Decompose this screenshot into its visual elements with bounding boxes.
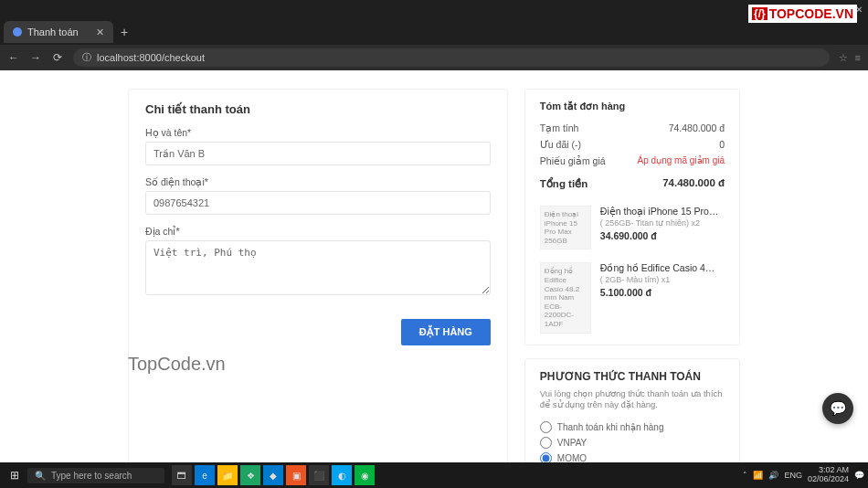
url-text: localhost:8000/checkout bbox=[97, 52, 205, 63]
tab-favicon bbox=[13, 27, 22, 37]
name-label: Họ và tên bbox=[145, 127, 491, 138]
product-row: Điện thoại iPhone 15 Pro Max 256GB Điện … bbox=[540, 206, 725, 249]
browser-address-bar: ← → ⟳ ⓘ localhost:8000/checkout ☆ ≡ bbox=[0, 45, 868, 70]
billing-heading: Chi tiết thanh toán bbox=[145, 102, 491, 116]
product-thumbnail: Đồng hồ Edifice Casio 48.2 mm Nam ECB-22… bbox=[540, 262, 591, 333]
url-input[interactable]: ⓘ localhost:8000/checkout bbox=[73, 48, 830, 67]
chat-fab-button[interactable]: 💬 bbox=[822, 393, 853, 424]
taskbar-app-icon[interactable]: ◐ bbox=[332, 465, 352, 485]
address-input[interactable]: Việt trì, Phú thọ bbox=[145, 240, 491, 295]
tray-lang-icon[interactable]: ENG bbox=[784, 471, 802, 480]
taskbar-app-icon[interactable]: ❖ bbox=[240, 465, 260, 485]
tray-chevron-icon[interactable]: ˄ bbox=[743, 471, 747, 480]
tab-title: Thanh toán bbox=[27, 27, 79, 37]
payment-description: Vui lòng chọn phương thức thanh toán ưa … bbox=[540, 388, 725, 411]
taskbar-app-icon[interactable]: 🗔 bbox=[172, 465, 192, 485]
taskbar-app-icon[interactable]: ◆ bbox=[263, 465, 283, 485]
product-name: Đồng hồ Edifice Casio 48.2 ... bbox=[600, 262, 719, 273]
payment-option-momo[interactable]: MOMO bbox=[540, 451, 725, 462]
notifications-icon[interactable]: 💬 bbox=[854, 471, 864, 480]
taskbar-app-icon[interactable]: ▣ bbox=[286, 465, 306, 485]
nav-back-icon[interactable]: ← bbox=[7, 51, 20, 64]
subtotal-label: Tạm tính bbox=[540, 122, 579, 133]
payment-option-vnpay[interactable]: VNPAY bbox=[540, 435, 725, 451]
browser-tabbar: Thanh toán ✕ + bbox=[0, 19, 868, 45]
topcode-logo: {/}TOPCODE.VN bbox=[748, 5, 857, 23]
product-row: Đồng hồ Edifice Casio 48.2 mm Nam ECB-22… bbox=[540, 262, 725, 333]
payment-radio[interactable] bbox=[540, 452, 552, 462]
tray-network-icon[interactable]: 📶 bbox=[753, 471, 763, 480]
discount-label: Ưu đãi (-) bbox=[540, 139, 581, 150]
apply-coupon-link[interactable]: Áp dụng mã giảm giá bbox=[638, 155, 725, 166]
start-button[interactable]: ⊞ bbox=[4, 469, 26, 482]
total-label: Tổng tiền bbox=[540, 177, 587, 190]
search-icon: 🔍 bbox=[35, 471, 46, 481]
windows-taskbar: ⊞ 🔍 Type here to search 🗔 e 📁 ❖ ◆ ▣ ⬛ ◐ … bbox=[0, 462, 868, 488]
browser-tab-active[interactable]: Thanh toán ✕ bbox=[4, 21, 113, 43]
product-thumbnail: Điện thoại iPhone 15 Pro Max 256GB bbox=[540, 206, 591, 249]
profile-icon[interactable]: ≡ bbox=[855, 52, 861, 64]
chat-icon: 💬 bbox=[830, 400, 847, 417]
taskbar-app-icon[interactable]: e bbox=[195, 465, 215, 485]
address-label: Địa chỉ bbox=[145, 226, 491, 237]
phone-input[interactable] bbox=[145, 191, 491, 215]
taskbar-app-icon[interactable]: ⬛ bbox=[309, 465, 329, 485]
payment-option-cod[interactable]: Thanh toán khi nhận hàng bbox=[540, 419, 725, 435]
site-info-icon[interactable]: ⓘ bbox=[82, 51, 91, 64]
product-name: Điện thoại iPhone 15 Pro M... bbox=[600, 206, 719, 217]
tray-volume-icon[interactable]: 🔊 bbox=[768, 471, 778, 480]
total-value: 74.480.000 đ bbox=[662, 177, 725, 190]
payment-method-panel: PHƯƠNG THỨC THANH TOÁN Vui lòng chọn phư… bbox=[524, 358, 740, 462]
place-order-button[interactable]: ĐẶT HÀNG bbox=[401, 319, 491, 345]
subtotal-value: 74.480.000 đ bbox=[669, 122, 725, 133]
new-tab-button[interactable]: + bbox=[121, 25, 128, 39]
window-titlebar: — ▢ ✕ bbox=[0, 0, 868, 19]
payment-radio[interactable] bbox=[540, 421, 552, 433]
product-price: 34.690.000 đ bbox=[600, 230, 725, 241]
extensions-icon[interactable]: ☆ bbox=[839, 52, 848, 64]
phone-label: Số điện thoại bbox=[145, 176, 491, 187]
name-input[interactable] bbox=[145, 142, 491, 165]
billing-details-panel: Chi tiết thanh toán Họ và tên Số điện th… bbox=[128, 89, 508, 462]
coupon-label: Phiếu giảm giá bbox=[540, 155, 606, 166]
nav-reload-icon[interactable]: ⟳ bbox=[51, 51, 64, 64]
product-price: 5.100.000 đ bbox=[600, 287, 725, 298]
product-variant: ( 256GB- Titan tự nhiên) x2 bbox=[600, 218, 725, 228]
tab-close-icon[interactable]: ✕ bbox=[96, 27, 104, 38]
payment-radio[interactable] bbox=[540, 437, 552, 449]
nav-forward-icon[interactable]: → bbox=[29, 51, 42, 64]
product-variant: ( 2GB- Màu tím) x1 bbox=[600, 275, 725, 284]
taskbar-clock[interactable]: 3:02 AM 02/06/2024 bbox=[808, 466, 849, 484]
payment-heading: PHƯƠNG THỨC THANH TOÁN bbox=[540, 370, 725, 383]
search-placeholder: Type here to search bbox=[51, 471, 132, 481]
summary-heading: Tóm tắt đơn hàng bbox=[540, 101, 725, 112]
discount-value: 0 bbox=[719, 139, 725, 150]
taskbar-search[interactable]: 🔍 Type here to search bbox=[27, 468, 164, 483]
order-summary-panel: Tóm tắt đơn hàng Tạm tính 74.480.000 đ Ư… bbox=[524, 89, 740, 345]
taskbar-app-icon[interactable]: ◉ bbox=[355, 465, 375, 485]
page-content: Chi tiết thanh toán Họ và tên Số điện th… bbox=[0, 70, 868, 462]
taskbar-app-icon[interactable]: 📁 bbox=[217, 465, 238, 485]
